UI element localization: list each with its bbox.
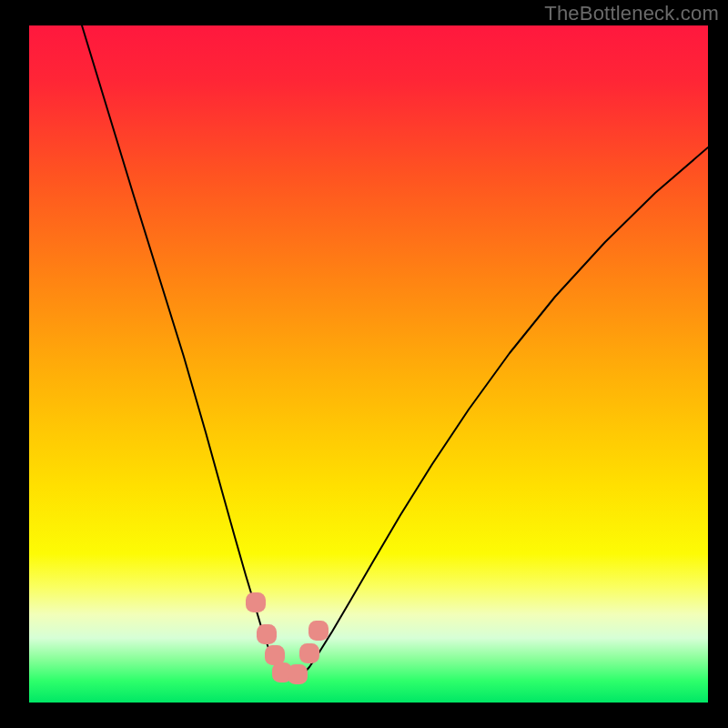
chart-canvas (0, 0, 728, 728)
plot-background (29, 25, 708, 703)
data-marker (257, 624, 277, 644)
data-marker (288, 664, 308, 684)
data-marker (299, 643, 319, 663)
data-marker (246, 592, 266, 612)
chart-frame: TheBottleneck.com (0, 0, 728, 728)
data-marker (265, 645, 285, 665)
data-marker (308, 621, 329, 641)
